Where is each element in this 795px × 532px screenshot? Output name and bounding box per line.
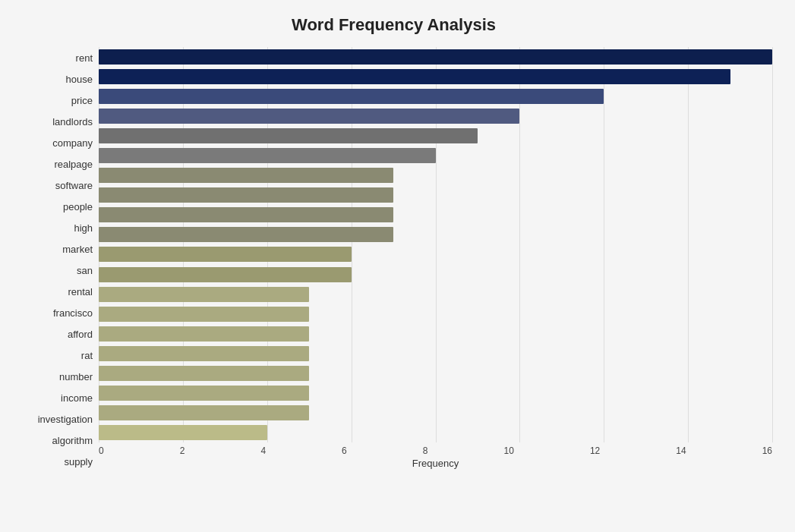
bar-row-rental xyxy=(99,265,772,285)
x-tick: 12 xyxy=(590,445,600,456)
y-label-income: income xyxy=(61,389,93,408)
x-tick: 2 xyxy=(180,445,185,456)
y-label-high: high xyxy=(74,218,93,238)
chart-area: renthousepricelandlordscompanyrealpageso… xyxy=(15,47,772,473)
bar-algorithm xyxy=(99,405,309,420)
x-axis: 0246810121416 Frequency xyxy=(99,442,772,473)
bar-afford xyxy=(99,307,309,322)
y-label-rent: rent xyxy=(76,48,93,68)
bar-row-market xyxy=(99,225,772,244)
bar-francisco xyxy=(99,287,309,302)
y-label-company: company xyxy=(52,133,93,153)
bars-and-x: 0246810121416 Frequency xyxy=(99,47,772,473)
bar-row-company xyxy=(99,126,772,146)
bar-row-income xyxy=(99,364,772,383)
y-label-number: number xyxy=(59,367,93,387)
bar-row-landlords xyxy=(99,106,772,126)
y-label-market: market xyxy=(62,239,93,259)
bar-row-afford xyxy=(99,304,772,324)
chart-title: Word Frequency Analysis xyxy=(15,15,772,35)
x-tick: 14 xyxy=(676,445,686,456)
bar-row-francisco xyxy=(99,285,772,304)
bar-row-people xyxy=(99,185,772,205)
bars-rows xyxy=(99,47,772,442)
bar-software xyxy=(99,168,393,183)
bar-row-supply xyxy=(99,423,772,442)
x-tick: 4 xyxy=(260,445,266,456)
x-tick: 0 xyxy=(99,445,104,456)
bar-rat xyxy=(99,326,309,342)
y-label-realpage: realpage xyxy=(54,154,93,174)
y-label-investigation: investigation xyxy=(38,410,93,430)
bar-rent xyxy=(99,49,772,65)
bar-row-house xyxy=(99,67,772,87)
y-label-francisco: francisco xyxy=(53,304,93,323)
y-label-supply: supply xyxy=(64,452,93,472)
bar-row-rent xyxy=(99,47,772,67)
grid-line xyxy=(772,47,773,442)
bar-house xyxy=(99,69,730,84)
bars-area xyxy=(99,47,772,442)
y-label-afford: afford xyxy=(68,325,93,345)
y-axis: renthousepricelandlordscompanyrealpageso… xyxy=(15,47,99,473)
x-tick: 8 xyxy=(423,445,428,456)
bar-high xyxy=(99,207,393,222)
bar-row-algorithm xyxy=(99,403,772,423)
y-label-rental: rental xyxy=(68,282,93,302)
bar-row-price xyxy=(99,87,772,106)
y-label-landlords: landlords xyxy=(52,112,93,131)
y-label-software: software xyxy=(55,175,93,195)
bar-supply xyxy=(99,425,267,440)
bar-row-high xyxy=(99,205,772,225)
bar-price xyxy=(99,89,604,104)
y-label-san: san xyxy=(77,260,93,280)
bar-people xyxy=(99,187,393,203)
chart-container: Word Frequency Analysis renthousepricela… xyxy=(0,0,795,532)
bar-row-investigation xyxy=(99,383,772,403)
bar-row-rat xyxy=(99,324,772,344)
bar-company xyxy=(99,128,478,143)
x-axis-label: Frequency xyxy=(99,458,772,469)
y-label-house: house xyxy=(66,69,93,89)
x-ticks: 0246810121416 xyxy=(99,442,772,456)
bar-row-software xyxy=(99,165,772,185)
bar-landlords xyxy=(99,109,519,124)
y-label-price: price xyxy=(71,90,93,110)
bar-row-number xyxy=(99,344,772,364)
bar-market xyxy=(99,227,393,242)
y-label-people: people xyxy=(63,197,93,216)
bar-realpage xyxy=(99,148,436,163)
x-tick: 6 xyxy=(342,445,347,456)
x-tick: 16 xyxy=(762,445,772,456)
bar-row-realpage xyxy=(99,146,772,165)
x-tick: 10 xyxy=(504,445,514,456)
bar-income xyxy=(99,366,309,381)
bar-number xyxy=(99,346,309,361)
bar-san xyxy=(99,247,352,262)
y-label-algorithm: algorithm xyxy=(52,431,93,451)
bar-rental xyxy=(99,267,352,282)
y-label-rat: rat xyxy=(81,346,93,366)
bar-row-san xyxy=(99,244,772,264)
bar-investigation xyxy=(99,386,309,401)
